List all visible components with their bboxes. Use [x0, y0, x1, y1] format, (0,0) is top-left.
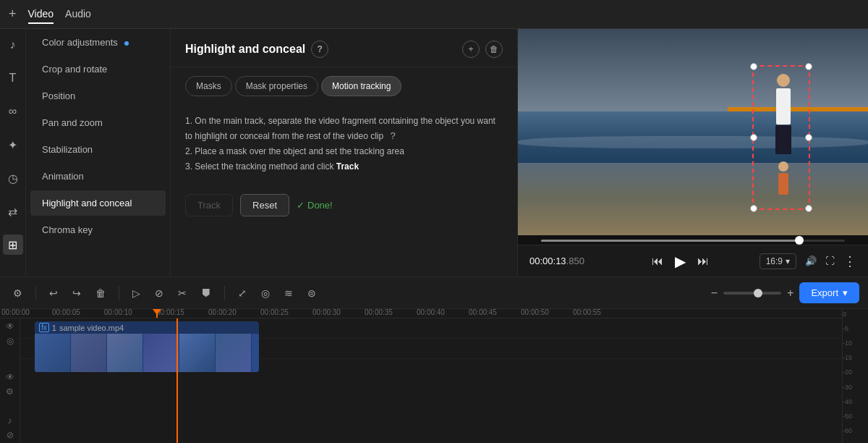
- clock-icon[interactable]: ◷: [3, 168, 23, 188]
- sidebar-item-pan-and-zoom[interactable]: Pan and zoom: [30, 110, 166, 135]
- eye-icon-3[interactable]: 👁: [6, 372, 14, 382]
- handle-top-right[interactable]: [805, 63, 812, 70]
- time-display: 00:00:13.850: [529, 256, 602, 266]
- sticker-icon[interactable]: ✦: [3, 135, 23, 155]
- child-head: [778, 161, 788, 172]
- shield-tool-icon[interactable]: ⛊: [197, 284, 216, 302]
- sidebar-item-stabilization[interactable]: Stabilization: [30, 137, 166, 162]
- more-options-button[interactable]: ⋮: [843, 253, 856, 269]
- progress-bar-area: [518, 235, 868, 245]
- ruler-mark-0: 00:00:00: [1, 309, 30, 316]
- audio-icon[interactable]: ♪: [8, 415, 12, 426]
- track-content: fx 1 sample video.mp4: [20, 318, 842, 443]
- selection-box[interactable]: [752, 65, 810, 210]
- fast-forward-button[interactable]: ⏭: [694, 252, 712, 271]
- sidebar-item-highlight-and-conceal[interactable]: Highlight and conceal: [30, 190, 166, 216]
- reset-button[interactable]: Reset: [240, 194, 289, 216]
- scale-40: -40: [843, 398, 868, 413]
- target-icon[interactable]: ◎: [257, 284, 274, 302]
- done-button[interactable]: ✓ Done!: [297, 200, 333, 211]
- wave-layer: [518, 136, 868, 148]
- handle-middle-left[interactable]: [750, 134, 757, 141]
- scale-10: -10: [843, 339, 868, 354]
- fullscreen-button[interactable]: ⛶: [825, 256, 835, 266]
- video-track[interactable]: fx 1 sample video.mp4: [35, 321, 259, 372]
- undo-button[interactable]: ↩: [45, 284, 62, 302]
- zoom-out-button[interactable]: −: [711, 287, 718, 300]
- scale-50: -50: [843, 413, 868, 427]
- volume-button[interactable]: 🔊: [805, 256, 817, 266]
- action-bar: Track Reset ✓ Done!: [171, 182, 517, 228]
- tab-audio[interactable]: Audio: [65, 5, 91, 24]
- eye-icon-1[interactable]: 👁: [6, 321, 14, 332]
- rewind-button[interactable]: ⏮: [649, 252, 666, 271]
- track-button[interactable]: Track: [185, 194, 233, 216]
- sidebar-item-crop-and-rotate[interactable]: Crop and rotate: [30, 56, 166, 82]
- mute-icon[interactable]: ⊘: [7, 430, 14, 440]
- transition-icon[interactable]: ⇄: [3, 201, 23, 222]
- playhead[interactable]: [156, 309, 158, 318]
- sidebar-item-position[interactable]: Position: [30, 83, 166, 109]
- export-button[interactable]: Export ▾: [799, 282, 859, 303]
- add-mask-button[interactable]: +: [462, 41, 480, 58]
- mask-tabs: Masks Mask properties Motion tracking: [171, 67, 517, 105]
- scale-5: -5: [843, 325, 868, 339]
- body: [776, 88, 791, 125]
- audio-settings-icon[interactable]: ≋: [280, 284, 297, 302]
- tab-masks[interactable]: Masks: [185, 76, 232, 96]
- tab-motion-tracking[interactable]: Motion tracking: [321, 76, 401, 96]
- redo-button[interactable]: ↪: [68, 284, 85, 302]
- handle-top-left[interactable]: [750, 63, 757, 70]
- aspect-ratio-selector[interactable]: 16:9 ▾: [760, 253, 796, 269]
- export-chevron-icon: ▾: [843, 287, 848, 298]
- music-icon[interactable]: ♪: [3, 35, 23, 55]
- text-icon[interactable]: T: [3, 68, 23, 88]
- effect-icon[interactable]: ∞: [3, 101, 23, 122]
- no-select-icon[interactable]: ⊘: [150, 284, 168, 302]
- thumb-1: [35, 334, 71, 372]
- icon-sidebar: ♪ T ∞ ✦ ◷ ⇄ ⊞: [0, 29, 26, 277]
- help-circle-2[interactable]: ?: [391, 130, 396, 141]
- play-button[interactable]: ▶: [672, 250, 689, 273]
- thumb-6: [216, 334, 252, 372]
- timeline-area: 00:00:00 00:00:05 00:00:10 00:00:15 00:0…: [0, 309, 868, 443]
- zoom-slider[interactable]: [723, 292, 781, 295]
- instruction-line-1: 1. On the main track, separate the video…: [185, 114, 503, 144]
- preview-area[interactable]: [518, 29, 868, 235]
- settings-icon[interactable]: ⚙: [9, 284, 27, 302]
- grid-icon[interactable]: ⊞: [3, 235, 23, 255]
- head: [777, 74, 790, 87]
- sidebar-item-animation[interactable]: Animation: [30, 164, 166, 189]
- cut-tool-icon[interactable]: ✂: [174, 284, 191, 302]
- tab-mask-properties[interactable]: Mask properties: [235, 76, 318, 96]
- timeline-toolbar: ⚙ ↩ ↪ 🗑 ▷ ⊘ ✂ ⛊ ⤢ ◎ ≋ ⊜ − + Export ▾: [0, 277, 868, 309]
- tab-video[interactable]: Video: [28, 5, 54, 24]
- eye-icon-2[interactable]: ◎: [7, 336, 14, 346]
- track-thumbnails: [35, 334, 259, 372]
- ruler-mark-7: 00:00:35: [365, 309, 393, 316]
- main-area: ♪ T ∞ ✦ ◷ ⇄ ⊞ Color adjustments Crop and…: [0, 29, 868, 277]
- delete-clip-button[interactable]: 🗑: [91, 284, 110, 302]
- scale-20: -20: [843, 368, 868, 383]
- delete-mask-button[interactable]: 🗑: [485, 41, 503, 58]
- cursor-tool-icon[interactable]: ▷: [128, 284, 145, 302]
- settings-track-icon[interactable]: ⚙: [6, 387, 14, 397]
- thumb-5: [179, 334, 216, 372]
- help-icon[interactable]: ?: [311, 41, 328, 58]
- zoom-in-button[interactable]: +: [787, 287, 793, 300]
- ruler-mark-4: 00:00:20: [208, 309, 237, 316]
- progress-bar[interactable]: [541, 240, 845, 242]
- sidebar-item-color-adjustments[interactable]: Color adjustments: [30, 30, 166, 55]
- sidebar-item-chroma-key[interactable]: Chroma key: [30, 217, 166, 242]
- progress-handle[interactable]: [795, 236, 804, 245]
- handle-bottom-left[interactable]: [750, 205, 757, 212]
- dot-indicator: [124, 41, 129, 46]
- zoom-handle[interactable]: [754, 289, 762, 298]
- link-icon[interactable]: ⊜: [303, 284, 320, 302]
- handle-bottom-right[interactable]: [805, 205, 812, 212]
- crop-icon[interactable]: ⤢: [234, 284, 251, 302]
- ruler-mark-2: 00:00:10: [104, 309, 132, 316]
- ruler-mark-9: 00:00:45: [469, 309, 497, 316]
- instruction-line-2: 2. Place a mask over the object and set …: [185, 144, 503, 159]
- add-icon[interactable]: +: [9, 7, 17, 22]
